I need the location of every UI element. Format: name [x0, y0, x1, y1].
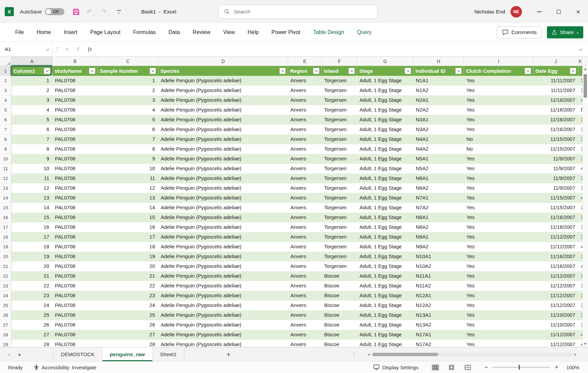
cell-G26[interactable]: Adult, 1 Egg Stage — [357, 310, 413, 320]
cell-B5[interactable]: PAL0708 — [53, 105, 98, 115]
vertical-scroll-thumb[interactable] — [584, 74, 587, 98]
cell-E28[interactable]: Anvers — [288, 330, 322, 340]
cell-I8[interactable]: No — [464, 134, 533, 144]
filter-button[interactable] — [44, 68, 50, 74]
cell-K7[interactable]: 39 — [579, 125, 582, 134]
column-header-H[interactable]: H — [413, 57, 464, 66]
cell-F25[interactable]: Biscoe — [322, 301, 357, 310]
row-header-8[interactable]: 8 — [0, 134, 11, 144]
user-name[interactable]: Nicholas End — [474, 9, 505, 15]
cell-G9[interactable]: Adult, 1 Egg Stage — [357, 144, 413, 154]
cell-J11[interactable]: 11/9/2007 — [533, 164, 579, 174]
cell-F21[interactable]: Torgersen — [322, 261, 357, 271]
cell-J21[interactable]: 11/16/2007 — [533, 261, 579, 271]
cell-E23[interactable]: Anvers — [288, 281, 322, 291]
row-header-21[interactable]: 21 — [0, 261, 11, 271]
cell-E6[interactable]: Anvers — [288, 115, 322, 125]
cell-F18[interactable]: Torgersen — [322, 232, 357, 242]
cell-H8[interactable]: N4A1 — [413, 134, 464, 144]
cell-B11[interactable]: PAL0708 — [53, 164, 98, 174]
cell-A4[interactable]: 3 — [11, 95, 53, 105]
cell-H7[interactable]: N3A2 — [413, 125, 464, 134]
formula-input[interactable] — [96, 42, 573, 56]
ribbon-tab-file[interactable]: File — [9, 23, 30, 41]
cell-K5[interactable]: N — [579, 105, 582, 115]
cell-F27[interactable]: Biscoe — [322, 320, 357, 330]
cell-G23[interactable]: Adult, 1 Egg Stage — [357, 281, 413, 291]
cell-F12[interactable]: Torgersen — [322, 174, 357, 183]
zoom-level[interactable]: 100% — [564, 365, 579, 370]
row-header-9[interactable]: 9 — [0, 144, 11, 154]
cell-E24[interactable]: Anvers — [288, 291, 322, 301]
cell-I19[interactable]: Yes — [464, 242, 533, 252]
cell-F16[interactable]: Torgersen — [322, 213, 357, 222]
table-column-header-B[interactable]: studyName — [53, 66, 98, 76]
cell-A13[interactable]: 12 — [11, 183, 53, 193]
new-sheet-button[interactable]: + — [226, 347, 230, 361]
cell-A8[interactable]: 7 — [11, 134, 53, 144]
cell-G11[interactable]: Adult, 1 Egg Stage — [357, 164, 413, 174]
cell-J2[interactable]: 11/11/2007 — [533, 76, 579, 86]
ribbon-tab-review[interactable]: Review — [186, 23, 217, 41]
name-box[interactable]: A1 — [0, 42, 53, 56]
cell-I16[interactable]: Yes — [464, 213, 533, 222]
cell-A21[interactable]: 20 — [11, 261, 53, 271]
cell-H14[interactable]: N7A1 — [413, 193, 464, 203]
cell-C3[interactable]: 2 — [98, 86, 158, 95]
cell-I25[interactable]: Yes — [464, 301, 533, 310]
cell-J29[interactable]: 11/12/2007 — [533, 340, 579, 347]
column-header-A[interactable]: A — [11, 57, 53, 66]
column-header-E[interactable]: E — [288, 57, 322, 66]
cell-H24[interactable]: N12A1 — [413, 291, 464, 301]
column-header-D[interactable]: D — [158, 57, 288, 66]
column-header-C[interactable]: C — [98, 57, 158, 66]
cell-E26[interactable]: Anvers — [288, 310, 322, 320]
cell-J5[interactable]: 11/16/2007 — [533, 105, 579, 115]
cell-G24[interactable]: Adult, 1 Egg Stage — [357, 291, 413, 301]
cell-D4[interactable]: Adelie Penguin (Pygoscelis adeliae) — [158, 95, 288, 105]
cell-G17[interactable]: Adult, 1 Egg Stage — [357, 222, 413, 232]
cell-F3[interactable]: Torgersen — [322, 86, 357, 95]
cell-A23[interactable]: 22 — [11, 281, 53, 291]
cell-I14[interactable]: Yes — [464, 193, 533, 203]
vertical-scrollbar[interactable] — [582, 66, 588, 347]
cell-D7[interactable]: Adelie Penguin (Pygoscelis adeliae) — [158, 125, 288, 134]
cell-G28[interactable]: Adult, 1 Egg Stage — [357, 330, 413, 340]
cell-C2[interactable]: 1 — [98, 76, 158, 86]
cell-E20[interactable]: Anvers — [288, 252, 322, 261]
cell-G8[interactable]: Adult, 1 Egg Stage — [357, 134, 413, 144]
save-button[interactable] — [72, 8, 80, 15]
cell-C28[interactable]: 27 — [98, 330, 158, 340]
cell-I5[interactable]: Yes — [464, 105, 533, 115]
cell-C17[interactable]: 16 — [98, 222, 158, 232]
scroll-down-icon[interactable] — [584, 343, 587, 345]
cell-G14[interactable]: Adult, 1 Egg Stage — [357, 193, 413, 203]
filter-button[interactable] — [570, 68, 576, 74]
cell-G13[interactable]: Adult, 1 Egg Stage — [357, 183, 413, 193]
cell-A24[interactable]: 23 — [11, 291, 53, 301]
cell-G2[interactable]: Adult, 1 Egg Stage — [357, 76, 413, 86]
cell-F6[interactable]: Torgersen — [322, 115, 357, 125]
cell-H12[interactable]: N6A1 — [413, 174, 464, 183]
comments-button[interactable]: Comments — [497, 26, 542, 38]
cell-J27[interactable]: 11/10/2007 — [533, 320, 579, 330]
cell-H21[interactable]: N10A2 — [413, 261, 464, 271]
cell-D17[interactable]: Adelie Penguin (Pygoscelis adeliae) — [158, 222, 288, 232]
cell-K19[interactable]: 42 — [579, 242, 582, 252]
cell-J3[interactable]: 11/11/2007 — [533, 86, 579, 95]
cell-E16[interactable]: Anvers — [288, 213, 322, 222]
cell-I2[interactable]: Yes — [464, 76, 533, 86]
cell-G5[interactable]: Adult, 1 Egg Stage — [357, 105, 413, 115]
cell-H6[interactable]: N3A1 — [413, 115, 464, 125]
cell-K16[interactable]: 34 — [579, 213, 582, 222]
cell-K29[interactable]: 40 — [579, 340, 582, 347]
cell-C7[interactable]: 6 — [98, 125, 158, 134]
cell-H27[interactable]: N13A2 — [413, 320, 464, 330]
column-header-J[interactable]: J — [533, 57, 579, 66]
cell-I6[interactable]: Yes — [464, 115, 533, 125]
cell-B13[interactable]: PAL0708 — [53, 183, 98, 193]
cell-B20[interactable]: PAL0708 — [53, 252, 98, 261]
row-header-29[interactable]: 29 — [0, 340, 11, 347]
cell-J19[interactable]: 11/12/2007 — [533, 242, 579, 252]
cell-F7[interactable]: Torgersen — [322, 125, 357, 134]
